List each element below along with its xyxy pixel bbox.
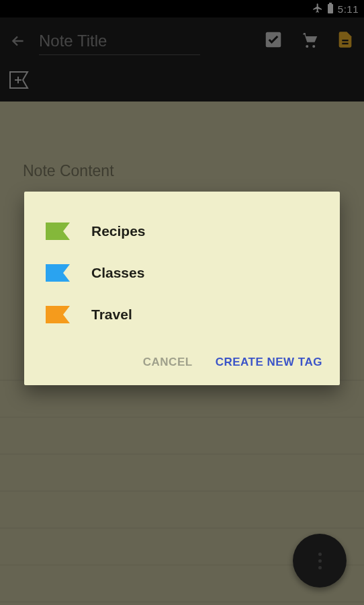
- tag-picker-dialog: RecipesClassesTravel CANCEL CREATE NEW T…: [24, 192, 340, 385]
- tag-label: Classes: [91, 265, 144, 281]
- tag-item-travel[interactable]: Travel: [40, 294, 324, 335]
- tag-label: Recipes: [91, 223, 146, 239]
- tag-item-classes[interactable]: Classes: [40, 252, 324, 294]
- tag-icon: [46, 264, 70, 282]
- dialog-actions: CANCEL CREATE NEW TAG: [24, 335, 340, 385]
- tag-label: Travel: [91, 307, 132, 323]
- tag-icon: [46, 223, 70, 240]
- cancel-button[interactable]: CANCEL: [143, 356, 193, 369]
- create-new-tag-button[interactable]: CREATE NEW TAG: [216, 356, 322, 369]
- tag-icon: [46, 306, 70, 323]
- tag-list: RecipesClassesTravel: [24, 210, 340, 335]
- tag-item-recipes[interactable]: Recipes: [40, 210, 324, 252]
